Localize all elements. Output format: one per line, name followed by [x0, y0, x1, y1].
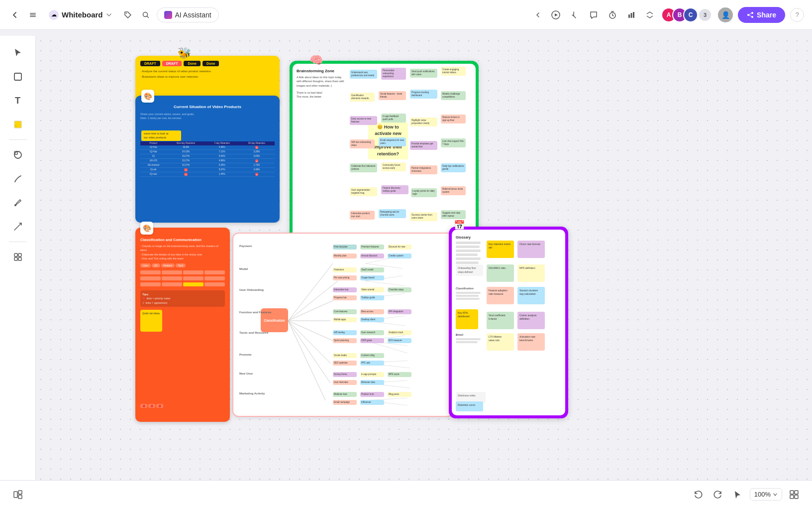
- gesture-button[interactable]: [568, 8, 582, 22]
- svg-rect-8: [631, 13, 632, 18]
- svg-line-21: [288, 263, 333, 321]
- svg-rect-45: [14, 492, 17, 498]
- svg-point-16: [14, 204, 16, 206]
- selection-button[interactable]: [730, 487, 746, 503]
- navbar: ☁ Whiteboard AI Assistant: [0, 0, 812, 30]
- svg-point-3: [126, 13, 127, 14]
- menu-button[interactable]: [26, 8, 40, 22]
- undo-button[interactable]: [690, 487, 706, 503]
- svg-line-26: [288, 321, 330, 363]
- svg-point-11: [747, 14, 749, 16]
- board-red: 🎨 Classification and Communication · Cla…: [135, 228, 230, 422]
- play-button[interactable]: [549, 8, 563, 22]
- chart-button[interactable]: [624, 8, 638, 22]
- svg-line-23: [288, 298, 338, 321]
- svg-point-10: [751, 12, 753, 14]
- fit-button[interactable]: [786, 487, 802, 503]
- zoom-control[interactable]: 100%: [750, 488, 782, 501]
- sidebar-divider-1: [9, 139, 27, 140]
- nav-left: ☁ Whiteboard AI Assistant: [8, 7, 528, 22]
- chat-button[interactable]: [587, 8, 601, 22]
- timer-button[interactable]: [606, 8, 619, 22]
- svg-rect-47: [18, 495, 22, 499]
- svg-rect-20: [18, 257, 21, 260]
- sidebar-shape-tool[interactable]: [7, 144, 29, 166]
- board-green: 🧠 Brainstorming Zone A little about idea…: [290, 61, 479, 250]
- ai-icon: [164, 11, 172, 19]
- chevron-down-icon: [106, 12, 112, 18]
- board-blue: 🎨 Current Situation of Video Products Sh…: [135, 96, 280, 223]
- svg-rect-13: [14, 73, 21, 80]
- svg-rect-51: [795, 495, 798, 499]
- svg-line-32: [365, 281, 405, 286]
- ai-assistant-button[interactable]: AI Assistant: [157, 7, 219, 22]
- sidebar: T ···: [0, 36, 36, 508]
- svg-rect-7: [628, 14, 630, 18]
- svg-rect-19: [14, 257, 17, 260]
- svg-rect-50: [790, 495, 794, 499]
- avatar-count: 3: [699, 9, 711, 21]
- minimap-button[interactable]: [10, 487, 26, 503]
- svg-rect-2: [30, 16, 36, 17]
- avatar-3: C: [683, 7, 698, 22]
- svg-rect-18: [18, 254, 21, 256]
- svg-rect-14: [14, 121, 21, 128]
- board-pink-mindmap: Classification Payment Model User Onboar…: [232, 233, 454, 417]
- sidebar-connector-tool[interactable]: [7, 216, 29, 238]
- svg-rect-9: [633, 12, 634, 18]
- more-tools-button[interactable]: [532, 9, 544, 21]
- share-button[interactable]: Share: [738, 7, 785, 23]
- expand-button[interactable]: [643, 8, 656, 21]
- svg-line-28: [288, 321, 325, 400]
- bottom-left: [10, 487, 26, 503]
- sidebar-divider-2: [9, 242, 27, 242]
- svg-line-25: [288, 321, 333, 341]
- bottom-right: 100%: [690, 487, 802, 503]
- zoom-chevron-icon: [773, 492, 778, 497]
- board-purple: 📅 Glossary Key retention metric def Chur…: [449, 227, 568, 418]
- svg-rect-0: [30, 13, 36, 14]
- sidebar-frame-tool[interactable]: [7, 66, 29, 88]
- svg-rect-17: [14, 254, 17, 256]
- redo-button[interactable]: [710, 487, 726, 503]
- svg-rect-48: [790, 491, 794, 494]
- svg-point-12: [751, 16, 753, 18]
- search-button[interactable]: [139, 8, 153, 22]
- nav-right: A B C 3 👤 Share ?: [532, 7, 804, 23]
- tag-button[interactable]: [121, 8, 135, 22]
- bee-decoration: 🐝: [178, 47, 191, 60]
- title-area[interactable]: ☁ Whiteboard: [44, 8, 117, 22]
- svg-line-27: [288, 321, 330, 383]
- self-avatar: 👤: [718, 7, 733, 22]
- sidebar-pen-tool[interactable]: [7, 168, 29, 190]
- bottom-bar: 100%: [0, 480, 812, 508]
- share-label: Share: [757, 11, 776, 19]
- zoom-level: 100%: [754, 491, 771, 498]
- avatar-group: A B C 3: [661, 7, 711, 22]
- back-button[interactable]: [8, 8, 22, 22]
- svg-line-22: [288, 281, 338, 321]
- ai-label: AI Assistant: [175, 11, 211, 19]
- sidebar-sticky-tool[interactable]: [7, 114, 29, 135]
- svg-rect-1: [30, 14, 36, 15]
- sidebar-brush-tool[interactable]: [7, 192, 29, 214]
- help-button[interactable]: ?: [790, 8, 804, 22]
- svg-rect-46: [18, 491, 22, 494]
- canvas-area[interactable]: DRAFT DRAFT Done Done · Analyze the curr…: [36, 36, 812, 508]
- page-title: Whiteboard: [62, 10, 103, 19]
- sidebar-cursor-tool[interactable]: [7, 42, 29, 64]
- svg-rect-49: [795, 491, 798, 494]
- sidebar-template-tool[interactable]: [7, 246, 29, 268]
- sidebar-text-tool[interactable]: T: [7, 90, 29, 112]
